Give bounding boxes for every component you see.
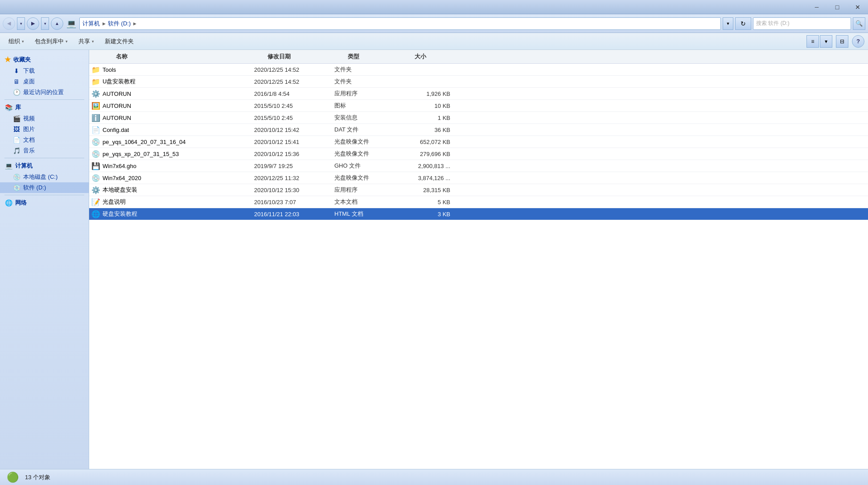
address-icon: 💻 [65, 17, 78, 30]
sidebar-item-music[interactable]: 🎵 音乐 [0, 145, 89, 156]
sidebar-item-software-d[interactable]: 💿 软件 (D:) [0, 182, 89, 193]
sidebar-network-header[interactable]: 🌐 网络 [0, 197, 89, 209]
file-date: 2016/11/21 22:03 [254, 211, 334, 218]
column-type-header[interactable]: 类型 [348, 53, 415, 61]
file-name: pe_yqs_xp_20_07_31_15_53 [103, 151, 254, 157]
maximize-button[interactable]: □ [827, 0, 847, 14]
sidebar-item-videos[interactable]: 🎬 视频 [0, 113, 89, 124]
table-row[interactable]: 💿 pe_yqs_xp_20_07_31_15_53 2020/10/12 15… [89, 148, 868, 160]
column-name-label: 名称 [116, 53, 128, 61]
desktop-icon: 🖥 [12, 78, 21, 86]
sidebar-item-desktop[interactable]: 🖥 桌面 [0, 76, 89, 87]
table-row[interactable]: ⚙️ AUTORUN 2016/1/8 4:54 应用程序 1,926 KB [89, 88, 868, 100]
file-date: 2020/12/25 14:52 [254, 66, 334, 73]
file-type: HTML 文档 [334, 210, 401, 218]
computer-label: 计算机 [15, 162, 33, 170]
minimize-button[interactable]: ─ [806, 0, 827, 14]
file-size: 5 KB [401, 199, 459, 206]
table-row[interactable]: 💾 Win7x64.gho 2019/9/7 19:25 GHO 文件 2,90… [89, 160, 868, 172]
sidebar-item-recent[interactable]: 🕐 最近访问的位置 [0, 87, 89, 98]
file-date: 2020/10/12 15:30 [254, 187, 334, 193]
file-date: 2019/9/7 19:25 [254, 163, 334, 169]
forward-arrow-button[interactable]: ▾ [41, 17, 49, 30]
organize-arrow: ▾ [22, 39, 24, 44]
file-icon: ⚙️ [91, 89, 100, 98]
breadcrumb-drive-label: 软件 (D:) [108, 20, 131, 28]
sidebar-item-downloads[interactable]: ⬇ 下载 [0, 66, 89, 76]
images-icon: 🖼 [12, 125, 21, 133]
search-box[interactable]: 搜索 软件 (D:) [753, 17, 851, 30]
column-type-label: 类型 [348, 53, 359, 61]
file-list-area: 名称 修改日期 类型 大小 📁 Tools 2020/12/25 14:52 文… [89, 50, 868, 469]
file-size: 10 KB [401, 103, 459, 109]
sidebar-item-docs[interactable]: 📄 文档 [0, 135, 89, 145]
breadcrumb-drive[interactable]: 软件 (D:) ▶ [108, 20, 138, 28]
file-icon-cell: ⚙️ [89, 185, 103, 194]
file-name: AUTORUN [103, 90, 254, 97]
file-icon: ℹ️ [91, 113, 100, 122]
file-date: 2020/10/12 15:42 [254, 127, 334, 133]
file-type: 光盘映像文件 [334, 138, 401, 146]
status-bar: 🟢 13 个对象 [0, 469, 868, 485]
up-button[interactable]: ▲ [51, 17, 63, 30]
file-icon: ⚙️ [91, 185, 100, 194]
title-bar: ─ □ ✕ [0, 0, 868, 14]
table-row[interactable]: ℹ️ AUTORUN 2015/5/10 2:45 安装信息 1 KB [89, 112, 868, 124]
table-row[interactable]: 📝 光盘说明 2016/10/23 7:07 文本文档 5 KB [89, 196, 868, 208]
table-row[interactable]: 📁 U盘安装教程 2020/12/25 14:52 文件夹 [89, 76, 868, 88]
share-label: 共享 [78, 37, 90, 45]
breadcrumb-area: 计算机 ▶ 软件 (D:) ▶ [79, 17, 721, 30]
sidebar-favorites-header[interactable]: ★ 收藏夹 [0, 53, 89, 66]
breadcrumb-computer-arrow[interactable]: ▶ [101, 21, 107, 27]
table-row[interactable]: 📁 Tools 2020/12/25 14:52 文件夹 [89, 64, 868, 76]
table-row[interactable]: 🖼️ AUTORUN 2015/5/10 2:45 图标 10 KB [89, 100, 868, 112]
file-type: 文件夹 [334, 66, 401, 74]
file-name: 光盘说明 [103, 198, 254, 206]
address-dropdown-button[interactable]: ▼ [723, 17, 733, 30]
sidebar-computer-header[interactable]: 💻 计算机 [0, 160, 89, 172]
view-dropdown-button[interactable]: ▾ [820, 35, 832, 48]
table-row[interactable]: 💿 Win7x64_2020 2020/12/25 11:32 光盘映像文件 3… [89, 172, 868, 184]
sidebar-library-header[interactable]: 📚 库 [0, 102, 89, 113]
share-button[interactable]: 共享 ▾ [74, 35, 99, 48]
help-button[interactable]: ? [852, 35, 864, 48]
close-button[interactable]: ✕ [847, 0, 868, 14]
file-date: 2016/1/8 4:54 [254, 90, 334, 97]
new-folder-button[interactable]: 新建文件夹 [100, 35, 139, 48]
forward-button[interactable]: ▶ [27, 17, 39, 30]
favorites-label: 收藏夹 [13, 56, 31, 64]
file-date: 2020/10/12 15:36 [254, 151, 334, 157]
sidebar-item-images[interactable]: 🖼 图片 [0, 124, 89, 135]
column-size-header[interactable]: 大小 [415, 53, 473, 61]
main-area: ★ 收藏夹 ⬇ 下载 🖥 桌面 🕐 最近访问的位置 📚 库 [0, 50, 868, 469]
table-row[interactable]: 💿 pe_yqs_1064_20_07_31_16_04 2020/10/12 … [89, 136, 868, 148]
file-date: 2020/10/12 15:41 [254, 139, 334, 145]
sidebar-item-local-c[interactable]: 💿 本地磁盘 (C:) [0, 172, 89, 182]
computer-icon: 💻 [4, 162, 12, 170]
search-button[interactable]: 🔍 [853, 17, 865, 30]
breadcrumb-computer[interactable]: 计算机 ▶ [82, 20, 107, 28]
preview-pane-button[interactable]: ⊟ [836, 35, 848, 48]
archive-arrow: ▾ [66, 39, 68, 44]
column-size-label: 大小 [415, 53, 426, 61]
desktop-label: 桌面 [23, 78, 35, 86]
table-row[interactable]: ⚙️ 本地硬盘安装 2020/10/12 15:30 应用程序 28,315 K… [89, 184, 868, 196]
file-size: 2,900,813 ... [401, 163, 459, 169]
table-row[interactable]: 🌐 硬盘安装教程 2016/11/21 22:03 HTML 文档 3 KB [89, 208, 868, 220]
refresh-button[interactable]: ↻ [735, 17, 751, 30]
table-row[interactable]: 📄 Config.dat 2020/10/12 15:42 DAT 文件 36 … [89, 124, 868, 136]
organize-button[interactable]: 组织 ▾ [4, 35, 29, 48]
back-arrow-button[interactable]: ▾ [17, 17, 25, 30]
back-button[interactable]: ◀ [3, 17, 15, 30]
column-name-header[interactable]: 名称 [103, 53, 267, 61]
file-type: 文件夹 [334, 78, 401, 86]
view-button[interactable]: ≡ [806, 35, 819, 48]
file-size: 3 KB [401, 211, 459, 218]
favorites-icon: ★ [4, 55, 11, 64]
software-d-label: 软件 (D:) [23, 184, 46, 192]
column-date-header[interactable]: 修改日期 [267, 53, 348, 61]
breadcrumb-drive-arrow[interactable]: ▶ [132, 21, 138, 27]
file-icon-cell: 🌐 [89, 210, 103, 218]
file-size: 3,874,126 ... [401, 175, 459, 181]
archive-button[interactable]: 包含到库中 ▾ [30, 35, 73, 48]
